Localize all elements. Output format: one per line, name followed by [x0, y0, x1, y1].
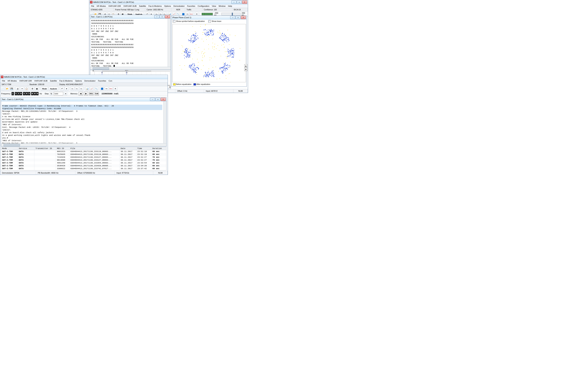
menu-window[interactable]: Window: [218, 5, 227, 7]
scrollbar-horizontal[interactable]: [1, 143, 166, 146]
close-button[interactable]: ✕: [242, 0, 247, 4]
phase-canvas[interactable]: [173, 24, 246, 82]
phase-titlebar[interactable]: Phase Plane (Card 1) — ▭ ✕: [172, 16, 247, 19]
menu-vhf-sub[interactable]: VHF/UHF-SUB: [33, 79, 48, 82]
menu-vhf-dir[interactable]: VHF/UHF-DIR: [107, 5, 122, 7]
col-header[interactable]: Transmitter ID: [34, 147, 56, 150]
scrollbar-horizontal[interactable]: [90, 67, 171, 70]
tb-cl2-icon[interactable]: CL: [75, 87, 79, 91]
menu-vhf-dir[interactable]: VHF/UHF-DIR: [18, 79, 33, 82]
analysis-button[interactable]: Analysis: [49, 87, 58, 91]
mem-edit-button[interactable]: Edit: [95, 92, 99, 95]
child-minimize-button[interactable]: —: [150, 98, 155, 101]
table-row[interactable]: SAT-C-TDMDATA70259350384684413_20171130_…: [1, 153, 166, 156]
tb-spectrum1-icon[interactable]: 📊: [85, 87, 89, 91]
mem-del-button[interactable]: DEL: [89, 92, 94, 95]
tb-arrow-icon[interactable]: ▾: [65, 87, 69, 91]
tb-cut-icon[interactable]: ✂: [20, 87, 24, 91]
menu-hfmodes[interactable]: HF-Modes: [96, 5, 107, 7]
col-header[interactable]: Mode: [1, 147, 18, 150]
maximize-button[interactable]: ▭: [237, 0, 242, 4]
child-minimize-button[interactable]: —: [154, 15, 159, 18]
tb-spectrum3-icon[interactable]: 📉: [94, 87, 98, 91]
menu-file[interactable]: File: [90, 5, 95, 7]
menu-demodulator[interactable]: Demodulator: [83, 79, 97, 82]
tb-waterfall-icon[interactable]: 🟦: [100, 87, 104, 91]
menu-file[interactable]: File: [1, 79, 6, 82]
menu-satellite[interactable]: Satellite: [138, 5, 147, 7]
mem-prev-button[interactable]: ◀: [79, 92, 83, 95]
phase-close-button[interactable]: ✕: [241, 16, 246, 19]
spectrum-up-button[interactable]: ▲: [244, 64, 248, 68]
tuning-slider[interactable]: [221, 13, 241, 15]
tb-copy-icon[interactable]: 📋: [25, 87, 29, 91]
step-dropdown-icon[interactable]: ▾: [64, 92, 67, 95]
child-close-button[interactable]: ✕: [161, 98, 166, 101]
menu-fax-modems[interactable]: Fax & Modems: [147, 5, 163, 7]
minimize-button[interactable]: —: [232, 0, 236, 4]
mode-button[interactable]: Mode: [41, 87, 48, 91]
menu-vhf-sub[interactable]: VHF/UHF-SUB: [122, 5, 138, 7]
menu-options[interactable]: Options: [163, 5, 172, 7]
frequency-display[interactable]: 1539595000: [12, 92, 39, 95]
child-titlebar[interactable]: Text - Card 1-2 (W-PCIe) — ▭ ✕: [1, 98, 166, 101]
menu-favorites[interactable]: Favorites: [186, 5, 196, 7]
table-row[interactable]: SAT-C-TDMDATA33088220384684413_20171130_…: [1, 167, 166, 170]
table-row[interactable]: SAT-C-TDMDATA90615230384684413_20171130_…: [1, 150, 166, 153]
tb-settings-icon[interactable]: ⚙: [30, 87, 34, 91]
tb-spectrum2-icon[interactable]: 📈: [90, 87, 94, 91]
cb-show-before[interactable]: Show symbol before equalization: [173, 20, 205, 23]
decoded-text[interactable]: Frame counter: 003422 Channel type: 2 Ra…: [1, 101, 163, 143]
child-titlebar[interactable]: Text - Card 1-1 (W-PCIe) — ▭ ✕: [90, 15, 171, 19]
messages-table[interactable]: ModeServiceTransmitter IDMES IDFileDateT…: [1, 147, 167, 170]
menu-demodulator[interactable]: Demodulator: [172, 5, 186, 7]
menu-con[interactable]: Con: [108, 79, 113, 82]
tb-save-icon[interactable]: 💾: [10, 87, 14, 91]
table-header[interactable]: ModeServiceTransmitter IDMES IDFileDateT…: [1, 147, 166, 150]
tb-open-icon[interactable]: 📂: [5, 87, 9, 91]
menu-view[interactable]: View: [211, 5, 217, 7]
svg-point-449: [206, 74, 207, 75]
child-maximize-button[interactable]: ▭: [155, 98, 160, 101]
menu-favorites[interactable]: Favorites: [97, 79, 107, 82]
phase-maximize-button[interactable]: ▭: [235, 16, 241, 19]
col-header[interactable]: MES ID: [56, 147, 70, 150]
tb-undo-icon[interactable]: ↶: [60, 87, 64, 91]
menu-satellite[interactable]: Satellite: [49, 79, 58, 82]
menu-configuration[interactable]: Configuration: [197, 5, 210, 7]
tb-f8-icon[interactable]: F8: [105, 87, 108, 91]
menu-hfmodes[interactable]: HF-Modes: [7, 79, 18, 82]
step-input[interactable]: 5000: [54, 92, 63, 95]
table-row[interactable]: SAT-C-TDMDATA48613400384684413_20171130_…: [1, 161, 166, 164]
tb-tile-icon[interactable]: ▦: [35, 87, 39, 91]
scrollbar-vertical[interactable]: [168, 19, 171, 67]
child-close-button[interactable]: ✕: [165, 15, 170, 18]
decoded-text[interactable]: RYRYRYRYRYRYRYRYRYRYRYRYRYRYRYRYRYRY SGS…: [90, 19, 168, 67]
tb-cl3-icon[interactable]: CL: [79, 87, 83, 91]
tb-cl1-icon[interactable]: CL: [71, 87, 74, 91]
menu-options[interactable]: Options: [74, 79, 83, 82]
titlebar[interactable]: WAVECOM W-PCIe - Text - Card 1-2 (W-PCIe…: [0, 75, 168, 79]
titlebar[interactable]: WAVECOM W-PCIe - Text - Card 1-1 (W-PCIe…: [89, 0, 248, 4]
step-spinner-icon[interactable]: ⇅: [50, 92, 53, 95]
cb-show-trace[interactable]: Show trace: [208, 20, 221, 23]
col-header[interactable]: Duration: [151, 147, 166, 150]
table-row[interactable]: SAT-C-TDMDATA35364280384684413_20171130_…: [1, 164, 166, 167]
tb-rec-icon[interactable]: REC: [109, 87, 113, 91]
col-header[interactable]: File: [69, 147, 119, 150]
spectrum-down-button[interactable]: ▼: [244, 68, 248, 71]
child-maximize-button[interactable]: ▭: [160, 15, 165, 18]
scrollbar-vertical[interactable]: [163, 101, 166, 143]
tb-new-icon[interactable]: 📄: [1, 87, 5, 91]
tb-const-icon[interactable]: ✳: [114, 87, 117, 91]
col-header[interactable]: Date: [119, 147, 136, 150]
tb-print-icon[interactable]: 🖨: [16, 87, 20, 91]
table-row[interactable]: SAT-C-TDMDATA72420200384684413_20171130_…: [1, 156, 166, 159]
col-header[interactable]: Service: [18, 147, 35, 150]
menu-fax-modems[interactable]: Fax & Modems: [58, 79, 73, 82]
phase-minimize-button[interactable]: —: [230, 16, 235, 19]
col-header[interactable]: Time: [136, 147, 151, 150]
mem-next-button[interactable]: ▶: [84, 92, 88, 95]
menu-help[interactable]: Help: [227, 5, 233, 7]
table-row[interactable]: SAT-C-TDMDATA99148980384684413_20171130_…: [1, 159, 166, 161]
